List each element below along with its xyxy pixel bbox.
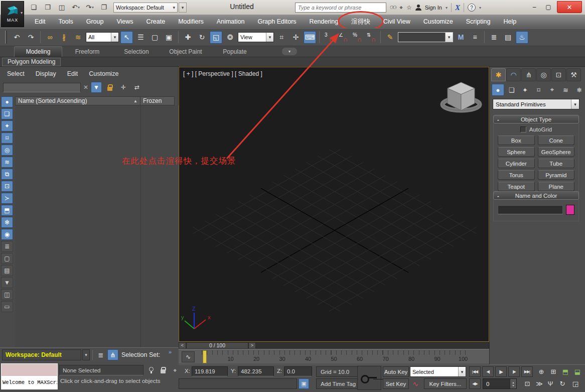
next-frame-button[interactable]: |▶ <box>508 366 520 377</box>
frame-spinner[interactable]: ▲▼ <box>510 379 516 388</box>
select-object-button[interactable]: ↖ <box>120 31 133 44</box>
redo-caret-icon[interactable]: ▾ <box>92 6 94 10</box>
unlink-selection-button[interactable]: ∦ <box>58 31 70 44</box>
go-to-end-button[interactable]: ▶▶| <box>521 366 533 377</box>
ribbon-tab-modeling[interactable]: Modeling <box>14 46 62 57</box>
workspace-switcher[interactable]: Workspace: Default <box>2 349 81 360</box>
current-frame-field[interactable]: 0 ▲▼ <box>483 378 517 389</box>
layers-stack-icon[interactable]: ≣ <box>95 349 106 360</box>
selection-lock-icon[interactable] <box>158 365 169 375</box>
menu-item-rendering[interactable]: Rendering <box>303 16 345 27</box>
toggle-ribbon-button[interactable]: ▤ <box>502 31 514 44</box>
overflow-chevron-icon[interactable]: » <box>169 349 172 355</box>
object-color-swatch[interactable] <box>566 205 574 215</box>
display-containers-icon[interactable]: ⬒ <box>1 205 13 216</box>
x-coordinate-field[interactable]: 119.819 <box>192 366 228 376</box>
undo-caret-icon[interactable]: ▾ <box>78 6 80 10</box>
viewcube[interactable] <box>443 82 480 110</box>
time-slider-marker[interactable] <box>203 350 207 363</box>
isolate-selection-toggle[interactable]: ▣ <box>299 378 309 389</box>
sync-selection-icon[interactable]: ⇄ <box>131 82 142 93</box>
bind-to-space-warp-button[interactable]: ≋ <box>72 31 84 44</box>
scene-explorer-list[interactable] <box>15 105 179 347</box>
perspective-viewport[interactable]: [ + ] [ Perspective ] [ Shaded ] Z y x <box>179 67 489 342</box>
clear-search-icon[interactable]: ✕ <box>83 84 88 91</box>
zoom-extents-all-icon[interactable]: ⬓ <box>572 366 583 377</box>
communication-center-icon[interactable]: ⌖ <box>399 4 403 11</box>
render-setup-button[interactable]: ♨ <box>516 31 528 44</box>
sign-in-caret-icon[interactable]: ▾ <box>446 6 448 10</box>
z-coordinate-field[interactable]: 0.0 <box>284 366 312 376</box>
ribbon-tab-freeform[interactable]: Freeform <box>63 47 111 57</box>
named-selection-sets-dropdown[interactable]: ▾ <box>398 32 453 42</box>
add-time-tag-field[interactable]: Add Time Tag <box>316 378 362 389</box>
pan-arrow-icon[interactable]: ≫ <box>534 378 545 389</box>
redo-scene-button[interactable]: ↷▾ <box>84 3 95 13</box>
tab-utilities[interactable]: ⚒ <box>566 68 581 81</box>
detail-list-icon[interactable]: ▤ <box>1 265 13 276</box>
pan-hand-icon[interactable]: Ψ <box>545 378 556 389</box>
mirror-button[interactable]: M <box>455 31 467 44</box>
primitive-category-dropdown[interactable]: Standard Primitives ▾ <box>493 99 579 109</box>
toolbar-grip[interactable] <box>5 31 7 44</box>
go-to-start-button[interactable]: |◀◀ <box>469 366 481 377</box>
explorer-menu-customize[interactable]: Customize <box>89 70 118 77</box>
time-slider-track[interactable] <box>256 342 489 349</box>
minimize-window-button[interactable]: – <box>528 1 541 13</box>
teapot-button[interactable]: Teapot <box>498 182 535 191</box>
display-xrefs-icon[interactable]: ⊡ <box>1 181 13 192</box>
category-shapes-icon[interactable]: ❏ <box>505 84 518 96</box>
menu-item-group[interactable]: Group <box>80 16 110 27</box>
workspace-switcher-caret-icon[interactable]: ▾ <box>82 349 90 360</box>
key-filter-dropdown[interactable]: Selected ▾ <box>410 366 466 377</box>
funnel-settings-icon[interactable]: ◫ <box>1 289 13 300</box>
sphere-button[interactable]: Sphere <box>498 147 535 157</box>
explorer-menu-display[interactable]: Display <box>36 70 56 77</box>
close-window-button[interactable]: ✕ <box>557 1 582 13</box>
set-keys-button[interactable] <box>357 366 381 390</box>
name-color-rollout-header[interactable]: - Name and Color <box>493 191 579 200</box>
plane-button[interactable]: Plane <box>538 182 575 191</box>
undo-scene-button[interactable]: ↶▾ <box>70 3 81 13</box>
pick-select-icon[interactable]: ✛ <box>118 82 129 93</box>
zoom-extents-icon[interactable]: ⬒ <box>560 366 571 377</box>
category-lights-icon[interactable]: ✦ <box>519 84 531 96</box>
display-cameras-icon[interactable]: ⌑ <box>1 133 13 144</box>
display-groups-icon[interactable]: ⧉ <box>1 169 13 180</box>
category-cameras-icon[interactable]: ⌑ <box>532 84 545 96</box>
column-header-frozen[interactable]: Frozen <box>140 96 175 105</box>
polygon-modeling-panel-label[interactable]: Polygon Modeling <box>2 58 61 66</box>
previous-frame-button[interactable]: ◀| <box>482 366 494 377</box>
workspace-selector[interactable]: Workspace: Default ▾ <box>113 3 178 13</box>
scene-explorer-toggle-icon[interactable]: ⋔ <box>107 349 118 360</box>
reference-coordinate-dropdown[interactable]: View ▾ <box>238 32 274 42</box>
spinner-snap-toggle-button[interactable]: ⇅∩ <box>365 31 377 44</box>
select-by-name-button[interactable]: ☰ <box>134 31 147 44</box>
application-menu-button[interactable]: MAX ▾ <box>1 1 24 27</box>
help-search-input[interactable] <box>295 3 386 13</box>
open-mini-curve-editor-button[interactable]: ∿ <box>182 351 195 362</box>
menu-item-civil-view[interactable]: Civil View <box>377 16 417 27</box>
display-frozen-icon[interactable]: ◉ <box>1 229 13 240</box>
cone-button[interactable]: Cone <box>538 136 575 145</box>
tab-modify[interactable]: ◠ <box>506 68 521 81</box>
ribbon-tab-populate[interactable]: Populate <box>211 47 259 57</box>
funnel-icon[interactable]: ▼ <box>1 277 13 288</box>
torus-button[interactable]: Torus <box>498 170 535 180</box>
explorer-menu-edit[interactable]: Edit <box>67 70 78 77</box>
auto-key-button[interactable]: Auto Key <box>383 366 409 377</box>
filter-icon[interactable]: ▼ <box>91 82 102 93</box>
next-frame-button[interactable]: > <box>248 342 256 349</box>
category-helpers-icon[interactable]: ⌖ <box>546 84 558 96</box>
window-crossing-toggle[interactable]: ▣ <box>163 31 175 44</box>
listener-output[interactable]: Welcome to MAXScript <box>2 376 57 389</box>
menu-item-animation[interactable]: Animation <box>210 16 251 27</box>
ribbon-tab-object-paint[interactable]: Object Paint <box>162 47 210 57</box>
snaps-toggle-3d-button[interactable]: 3∩ <box>323 31 335 44</box>
viewport-config-icon[interactable]: ⊡ <box>522 378 533 389</box>
display-spacewarps-icon[interactable]: ≋ <box>1 157 13 168</box>
tab-motion[interactable]: ◎ <box>536 68 551 81</box>
quick-access-overflow-button[interactable]: ▾ <box>179 3 187 13</box>
tab-display[interactable]: ⊡ <box>551 68 566 81</box>
percent-snap-toggle-button[interactable]: %∩ <box>351 31 363 44</box>
